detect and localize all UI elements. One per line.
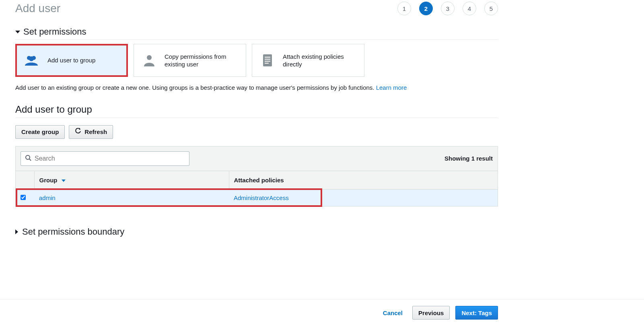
set-permissions-title: Set permissions — [23, 27, 86, 37]
svg-rect-6 — [265, 59, 270, 60]
wizard-step-5[interactable]: 5 — [484, 2, 498, 15]
group-panel-title: Add user to group — [15, 104, 498, 118]
tile-copy-permissions-label: Copy permissions from existing user — [165, 53, 233, 68]
table-row[interactable]: admin AdministratorAccess — [16, 189, 498, 206]
cancel-button[interactable]: Cancel — [379, 309, 407, 316]
permissions-hint: Add user to an existing group or create … — [15, 83, 498, 93]
search-box[interactable] — [21, 151, 189, 166]
svg-rect-7 — [265, 61, 270, 62]
wizard-step-2[interactable]: 2 — [419, 2, 433, 15]
document-icon — [259, 54, 276, 67]
permission-mode-tiles: Add user to group Copy permissions from … — [15, 39, 498, 77]
tile-add-user-to-group[interactable]: Add user to group — [15, 44, 128, 77]
caret-right-icon — [15, 229, 18, 234]
row-checkbox[interactable] — [21, 195, 26, 200]
permissions-hint-text: Add user to an existing group or create … — [15, 84, 376, 91]
set-permissions-header[interactable]: Set permissions — [15, 27, 498, 37]
tile-attach-policies[interactable]: Attach existing policies directly — [252, 44, 364, 77]
refresh-button[interactable]: Refresh — [69, 125, 113, 139]
wizard-steps: 1 2 3 4 5 — [397, 2, 498, 15]
create-group-button[interactable]: Create group — [15, 125, 65, 139]
next-button[interactable]: Next: Tags — [455, 306, 498, 320]
footer: Cancel Previous Next: Tags — [0, 299, 644, 326]
search-icon — [25, 155, 31, 162]
sort-caret-icon — [62, 180, 66, 182]
svg-rect-5 — [265, 57, 270, 58]
wizard-step-1[interactable]: 1 — [397, 2, 411, 15]
svg-rect-8 — [265, 63, 269, 64]
page-title: Add user — [15, 2, 60, 15]
tile-copy-permissions[interactable]: Copy permissions from existing user — [134, 44, 246, 77]
results-count: Showing 1 result — [444, 155, 493, 162]
wizard-step-4[interactable]: 4 — [463, 2, 476, 15]
refresh-button-label: Refresh — [84, 128, 107, 135]
group-icon — [23, 54, 41, 66]
groups-table: Group Attached policies admin Administra… — [16, 171, 498, 206]
permissions-boundary-header[interactable]: Set permissions boundary — [15, 227, 498, 237]
svg-point-9 — [26, 155, 30, 159]
policy-link[interactable]: AdministratorAccess — [234, 194, 289, 201]
refresh-icon — [75, 128, 81, 136]
previous-button[interactable]: Previous — [412, 306, 450, 320]
group-name-link[interactable]: admin — [39, 194, 56, 201]
permissions-boundary-title: Set permissions boundary — [22, 227, 124, 237]
groups-table-container: Showing 1 result Group Attached policies — [15, 146, 498, 206]
tile-add-user-to-group-label: Add user to group — [47, 56, 95, 64]
svg-rect-4 — [263, 54, 272, 66]
column-policies[interactable]: Attached policies — [229, 171, 498, 190]
tile-attach-policies-label: Attach existing policies directly — [283, 53, 351, 68]
search-input[interactable] — [35, 155, 185, 162]
column-group[interactable]: Group — [34, 171, 229, 190]
wizard-step-3[interactable]: 3 — [441, 2, 455, 15]
svg-line-10 — [29, 159, 31, 161]
caret-down-icon — [15, 31, 20, 33]
svg-point-2 — [29, 56, 34, 61]
person-icon — [140, 54, 158, 67]
column-group-label: Group — [39, 177, 58, 184]
learn-more-link[interactable]: Learn more — [376, 84, 407, 91]
column-checkbox — [16, 171, 34, 190]
svg-point-3 — [147, 55, 152, 60]
